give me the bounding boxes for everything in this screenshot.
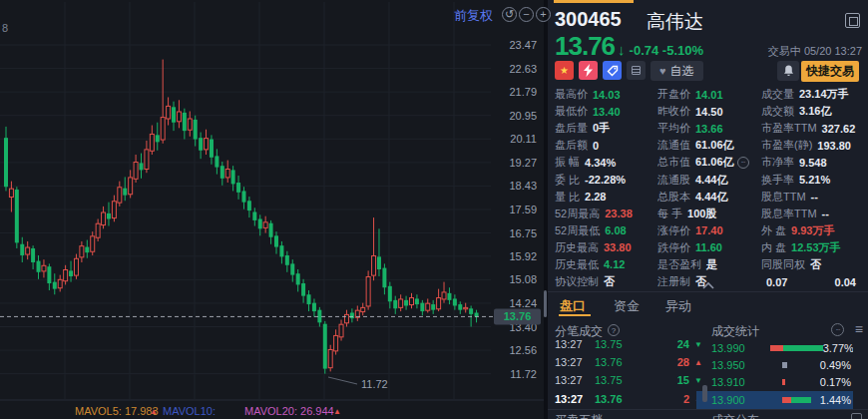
- stat-cell: 市盈率(静)193.80: [761, 137, 864, 154]
- stat-cell: 开盘价14.01: [657, 86, 761, 103]
- cn-market-flag-icon[interactable]: ★: [555, 61, 574, 80]
- stat-label: 外 盘: [761, 223, 786, 238]
- svg-text:15.92: 15.92: [509, 250, 537, 262]
- stat-label: 开盘价: [657, 87, 690, 102]
- candle: [183, 113, 187, 131]
- candle: [47, 266, 51, 283]
- stat-cell: 成交量23.14万手: [761, 86, 864, 103]
- tick-row[interactable]: 13:2713.7524▼: [555, 339, 702, 353]
- tick-time: 13:27: [555, 356, 595, 368]
- candle: [274, 235, 278, 246]
- tick-time: 13:27: [555, 339, 595, 350]
- adjust-mode-button[interactable]: 前复权: [454, 7, 493, 25]
- candle: [69, 270, 73, 276]
- stat-value: 11.60: [695, 241, 722, 253]
- hot-board-icon[interactable]: [579, 61, 598, 80]
- dist-row[interactable]: 13.9903.77%: [696, 339, 853, 356]
- stat-cell: 协议控制否: [555, 273, 657, 290]
- list-scrollbar[interactable]: [702, 385, 707, 402]
- candle: [37, 261, 41, 272]
- stat-label: 历史最低: [555, 257, 599, 272]
- circle-dots-icon[interactable]: ···: [737, 157, 749, 169]
- dist-list-title: 成交统计: [711, 323, 759, 340]
- price-row: 13.76 ↓ -0.74 -5.10%: [555, 31, 703, 61]
- candle: [475, 312, 479, 316]
- candle: [199, 138, 203, 151]
- stat-label: 昨收价: [657, 104, 690, 119]
- reset-zoom-icon[interactable]: ↺: [502, 7, 517, 22]
- heart-icon: ♥: [659, 65, 666, 77]
- stat-cell: 外 盘9.93万手: [761, 222, 864, 239]
- candle: [458, 304, 462, 310]
- document-icon[interactable]: [627, 61, 646, 80]
- candle: [74, 258, 78, 275]
- stat-value: 0.07: [766, 276, 787, 288]
- svg-text:14.24: 14.24: [509, 297, 537, 309]
- candle: [58, 279, 62, 287]
- stat-cell: 每 手100股: [657, 206, 761, 222]
- candle: [307, 294, 311, 304]
- dist-row[interactable]: 13.9001.44%: [696, 391, 853, 408]
- candle: [53, 282, 57, 289]
- list-view-icon[interactable]: ≡: [855, 321, 863, 337]
- candle: [393, 300, 397, 308]
- svg-text:20.95: 20.95: [509, 110, 537, 122]
- collapse-chevron-icon[interactable]: [701, 281, 715, 289]
- tick-row[interactable]: 13:2713.7515▼: [555, 371, 702, 389]
- dist-percent: 0.49%: [787, 359, 851, 371]
- tab-pankou[interactable]: 盘口: [560, 297, 586, 315]
- candlestick-chart-area[interactable]: 前复权 ↺ − + 23.4722.6321.7920.9520.1119.27…: [0, 0, 544, 419]
- dist-row[interactable]: 13.9500.49%: [696, 356, 853, 373]
- margin-tag-icon[interactable]: [603, 61, 622, 80]
- tab-funds[interactable]: 资金: [614, 297, 640, 315]
- dist-row[interactable]: 13.9100.17%: [696, 374, 853, 391]
- tick-row[interactable]: 13:2713.762▲: [555, 390, 702, 408]
- alert-bell-button[interactable]: [777, 61, 799, 81]
- tab-moves[interactable]: 异动: [665, 297, 691, 315]
- svg-text:▲: ▲: [333, 407, 341, 416]
- panel-scrollbar[interactable]: [544, 290, 547, 317]
- svg-text:20.11: 20.11: [510, 133, 537, 145]
- candle: [399, 299, 403, 307]
- tick-list-title: 分笔成交: [555, 323, 603, 340]
- candle: [447, 293, 451, 300]
- svg-text:11.72: 11.72: [510, 368, 537, 380]
- candle: [339, 324, 343, 337]
- stat-label: 振 幅: [555, 155, 580, 170]
- candle: [194, 120, 198, 140]
- stat-label: 成交量: [761, 87, 794, 102]
- candle: [296, 273, 300, 284]
- stat-cell: 同股同权否: [761, 256, 864, 273]
- stat-value: --: [822, 208, 829, 219]
- candle: [437, 298, 441, 309]
- quick-trade-button[interactable]: 快捷交易: [801, 61, 859, 82]
- expand-window-icon[interactable]: [845, 13, 860, 28]
- active-tab-underline: [559, 314, 591, 316]
- stat-label: 历史最高: [555, 240, 599, 255]
- stat-label: 成交额: [761, 104, 794, 119]
- candlestick-svg[interactable]: 23.4722.6321.7920.9520.1119.2718.4317.59…: [0, 0, 544, 419]
- help-icon[interactable]: ?: [608, 324, 620, 336]
- price-change: -0.74 -5.10%: [630, 43, 703, 58]
- more-options-icon[interactable]: ···: [831, 323, 844, 336]
- price-down-arrow-icon: ↓: [618, 41, 626, 58]
- svg-text:12.56: 12.56: [509, 344, 537, 356]
- clipped-footer: 买卖五档 成交分布: [548, 412, 868, 419]
- candle: [410, 298, 414, 305]
- stat-cell: 跌停价11.60: [657, 239, 761, 256]
- stat-cell: 量 比2.28: [555, 189, 657, 206]
- candle: [4, 138, 8, 187]
- stat-value: 4.12: [604, 258, 625, 270]
- tick-price: 13.76: [595, 356, 641, 368]
- panel-tabs: 盘口 资金 异动: [548, 295, 868, 317]
- watchlist-button[interactable]: ♥ 自选: [651, 61, 703, 81]
- zoom-out-icon[interactable]: −: [519, 7, 534, 22]
- stat-label: 市盈率(静): [761, 138, 812, 153]
- candle: [366, 277, 370, 306]
- tick-row[interactable]: 13:2713.7628▲: [555, 353, 702, 371]
- watchlist-label: 自选: [670, 63, 694, 80]
- stat-cell: 流通股4.44亿: [657, 171, 761, 188]
- zoom-in-icon[interactable]: +: [536, 7, 551, 22]
- candle: [150, 134, 154, 151]
- chart-canvas[interactable]: 23.4722.6321.7920.9520.1119.2718.4317.59…: [0, 0, 544, 419]
